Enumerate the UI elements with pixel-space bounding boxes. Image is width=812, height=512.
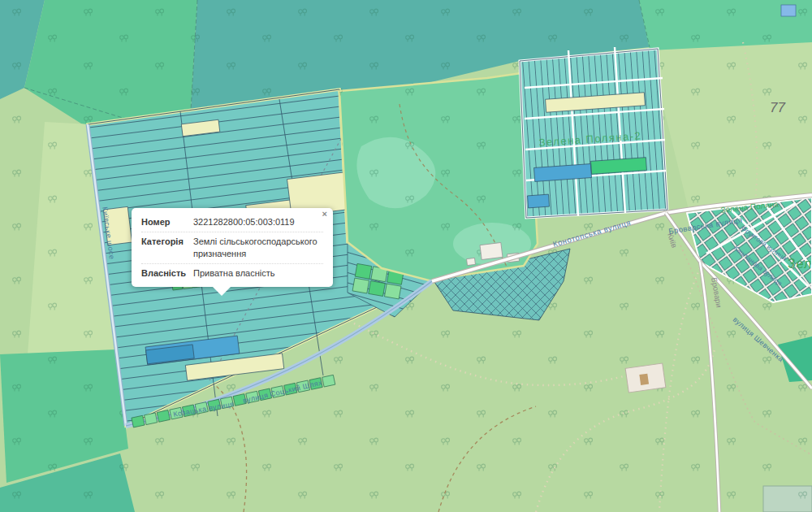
map-canvas[interactable]: Зелена Поляна-2	[0, 0, 812, 512]
popup-field-value: 3221282800:05:003:0119	[193, 216, 323, 228]
popup-field-label: Номер	[141, 216, 193, 228]
popup-field-label: Власність	[141, 267, 193, 280]
building-se	[625, 363, 666, 393]
place-label-zelena-cut: Зелен	[788, 257, 812, 271]
cadastral-map-app: Зелена Поляна-2	[0, 0, 812, 512]
popup-field-value: Землі сільськогосподарського призначення	[193, 236, 323, 260]
popup-row-category: Категорія Землі сільськогосподарського п…	[141, 232, 323, 264]
popup-close-icon[interactable]: ×	[322, 210, 327, 219]
road-number-label: 77	[770, 100, 785, 115]
popup-row-number: Номер 3221282800:05:003:0119	[141, 213, 323, 232]
popup-field-value: Приватна власність	[193, 267, 323, 280]
popup-field-label: Категорія	[141, 236, 193, 260]
parcel-info-popup: × Номер 3221282800:05:003:0119 Категорія…	[132, 208, 333, 287]
popup-row-ownership: Власність Приватна власність	[141, 264, 323, 283]
